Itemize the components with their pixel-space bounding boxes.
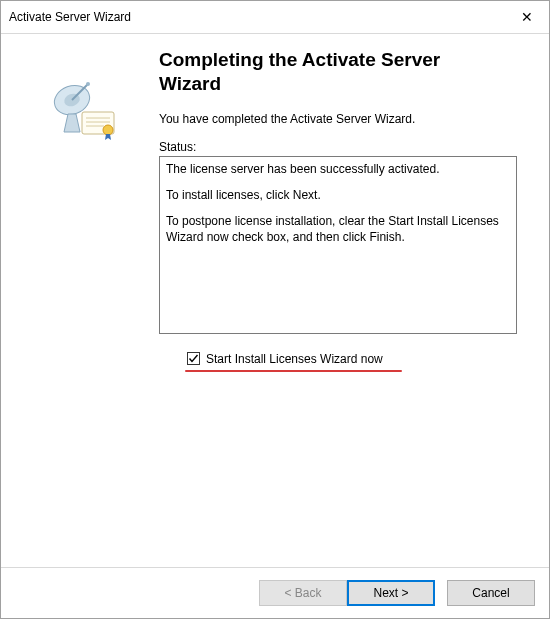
checkbox-label: Start Install Licenses Wizard now — [206, 352, 383, 366]
satellite-dish-certificate-icon — [50, 76, 120, 146]
svg-point-8 — [103, 125, 113, 135]
wizard-content: Completing the Activate Server Wizard Yo… — [155, 46, 535, 567]
page-heading: Completing the Activate Server Wizard — [159, 48, 499, 96]
wizard-footer: < Back Next > Cancel — [1, 567, 549, 618]
close-button[interactable]: ✕ — [504, 1, 549, 33]
wizard-window: Activate Server Wizard ✕ — [0, 0, 550, 619]
status-line: The license server has been successfully… — [166, 161, 510, 177]
wizard-graphic-column — [15, 46, 155, 567]
checkbox-icon — [187, 352, 200, 365]
start-licenses-checkbox-row[interactable]: Start Install Licenses Wizard now — [187, 352, 533, 366]
wizard-body: Completing the Activate Server Wizard Yo… — [1, 34, 549, 567]
status-box: The license server has been successfully… — [159, 156, 517, 334]
titlebar: Activate Server Wizard ✕ — [1, 1, 549, 34]
status-line: To postpone license installation, clear … — [166, 213, 510, 245]
back-button: < Back — [259, 580, 347, 606]
svg-point-3 — [86, 82, 90, 86]
annotation-underline — [185, 370, 402, 372]
status-label: Status: — [159, 140, 533, 154]
next-button[interactable]: Next > — [347, 580, 435, 606]
cancel-button[interactable]: Cancel — [447, 580, 535, 606]
window-title: Activate Server Wizard — [9, 10, 504, 24]
completion-text: You have completed the Activate Server W… — [159, 112, 533, 126]
status-line: To install licenses, click Next. — [166, 187, 510, 203]
close-icon: ✕ — [521, 9, 533, 25]
